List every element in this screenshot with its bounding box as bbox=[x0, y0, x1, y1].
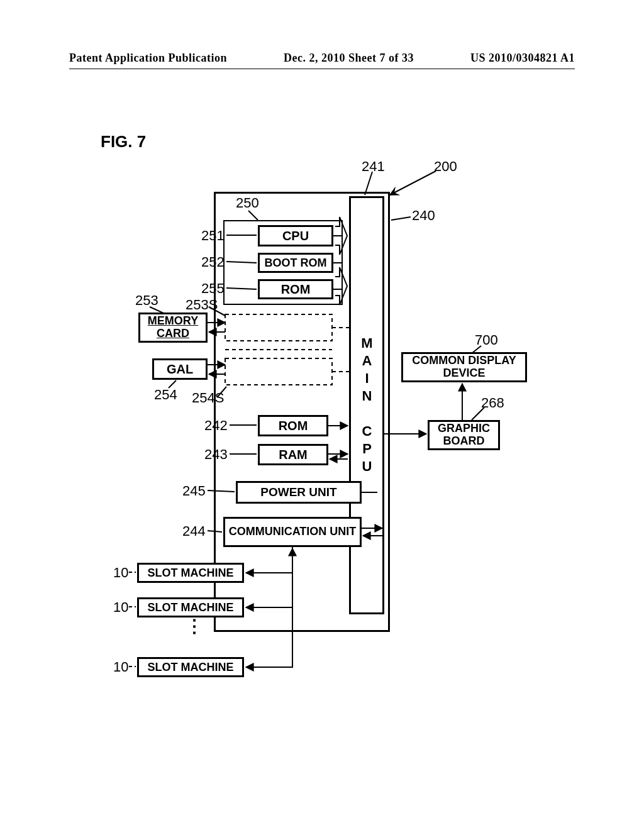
header-right: US 2010/0304821 A1 bbox=[470, 52, 575, 65]
box-display-device: COMMON DISPLAY DEVICE bbox=[401, 352, 527, 382]
box-slot-machine: SLOT MACHINE bbox=[137, 563, 244, 583]
box-main-cpu: MAIN CPU bbox=[349, 196, 384, 614]
svg-line-2 bbox=[391, 217, 411, 220]
box-rom-two: ROM bbox=[258, 415, 328, 436]
ref-253: 253 bbox=[135, 292, 158, 309]
ref-10: 10 bbox=[113, 659, 128, 675]
ref-253s: 253S bbox=[186, 297, 218, 313]
box-power-unit: POWER UNIT bbox=[236, 481, 362, 504]
box-cpu: CPU bbox=[258, 225, 333, 246]
ref-240: 240 bbox=[412, 208, 435, 224]
block-diagram: MAIN CPU CPU BOOT ROM ROM MEMORY CARD GA… bbox=[101, 170, 575, 767]
svg-line-0 bbox=[390, 171, 436, 195]
ref-250: 250 bbox=[236, 195, 259, 211]
box-boot-rom: BOOT ROM bbox=[258, 253, 333, 273]
ref-252: 252 bbox=[201, 254, 225, 270]
ref-10: 10 bbox=[113, 599, 128, 616]
box-graphic-board: GRAPHIC BOARD bbox=[428, 420, 500, 450]
ref-242: 242 bbox=[204, 418, 228, 434]
figure-area: FIG. 7 MAIN CPU CPU BOOT ROM ROM MEMORY … bbox=[101, 132, 575, 767]
box-slot-machine: SLOT MACHINE bbox=[137, 657, 244, 677]
ref-255: 255 bbox=[201, 280, 225, 297]
box-gal: GAL bbox=[152, 358, 208, 380]
page-header: Patent Application Publication Dec. 2, 2… bbox=[69, 52, 575, 69]
ref-254: 254 bbox=[154, 387, 177, 403]
box-slot-machine: SLOT MACHINE bbox=[137, 597, 244, 617]
ref-10: 10 bbox=[113, 565, 128, 581]
box-ram: RAM bbox=[258, 444, 328, 465]
header-center: Dec. 2, 2010 Sheet 7 of 33 bbox=[284, 52, 414, 65]
ref-700: 700 bbox=[475, 332, 498, 348]
ref-245: 245 bbox=[182, 483, 206, 499]
ref-241: 241 bbox=[362, 158, 385, 175]
ref-200: 200 bbox=[434, 158, 457, 175]
ref-251: 251 bbox=[201, 228, 225, 244]
main-cpu-label: MAIN CPU bbox=[358, 335, 375, 476]
figure-label: FIG. 7 bbox=[101, 132, 146, 152]
ref-243: 243 bbox=[204, 446, 228, 463]
box-comm-unit: COMMUNICATION UNIT bbox=[223, 517, 362, 547]
ellipsis-icon: ⋮ bbox=[186, 621, 203, 632]
ref-268: 268 bbox=[481, 395, 504, 411]
box-memory-card: MEMORY CARD bbox=[138, 313, 208, 343]
header-left: Patent Application Publication bbox=[69, 52, 227, 65]
ref-244: 244 bbox=[182, 523, 206, 540]
ref-254s: 254S bbox=[192, 390, 224, 406]
box-rom-one: ROM bbox=[258, 279, 333, 299]
